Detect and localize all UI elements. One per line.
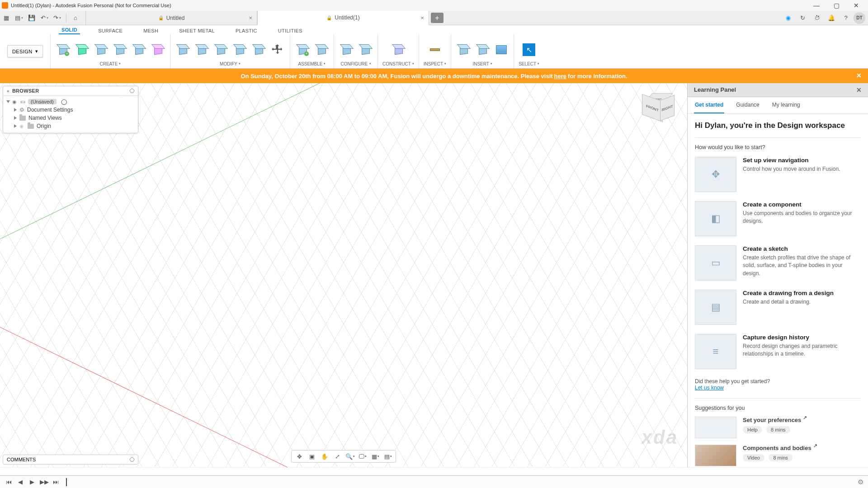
group-label[interactable]: SELECT▾	[519, 60, 539, 67]
group-label[interactable]: CONFIGURE▾	[341, 60, 371, 67]
view-cube[interactable]: TOP FRONT RIGHT	[642, 89, 675, 121]
home-button[interactable]: ⌂	[69, 12, 82, 24]
fillet-button[interactable]	[194, 42, 209, 57]
create-sketch-button[interactable]: +	[55, 42, 71, 57]
create-form-button[interactable]	[74, 42, 90, 57]
learning-tab-guidance[interactable]: Guidance	[735, 97, 760, 113]
browser-panel[interactable]: « BROWSER ◉ ▭ (Unsaved) ◯ ⚙ Document Set…	[3, 86, 138, 133]
minimize-button[interactable]: —	[807, 0, 826, 11]
insert-derive-button[interactable]	[456, 42, 471, 57]
measure-button[interactable]	[427, 42, 443, 57]
expand-toggle[interactable]	[14, 124, 17, 128]
close-learning-panel-button[interactable]: ✕	[856, 86, 862, 94]
shell-button[interactable]	[213, 42, 228, 57]
pan-button[interactable]: ✋	[320, 452, 330, 461]
revolve-button[interactable]	[112, 42, 127, 57]
extensions-button[interactable]: ◉	[781, 12, 795, 24]
expand-toggle[interactable]	[14, 108, 17, 112]
feedback-link[interactable]: Let us know	[695, 385, 724, 391]
construct-plane-button[interactable]	[391, 42, 406, 57]
timeline-end-button[interactable]: ⏭	[52, 479, 60, 485]
comments-panel[interactable]: COMMENTS	[3, 455, 138, 465]
help-button[interactable]: ?	[839, 12, 853, 24]
timeline-step-forward-button[interactable]: ▶▶	[40, 479, 48, 485]
ribbon-tab-solid[interactable]: SOLID	[59, 27, 80, 34]
comments-options-button[interactable]	[130, 457, 134, 462]
close-window-button[interactable]: ✕	[846, 0, 866, 11]
insert-canvas-button[interactable]	[494, 42, 509, 57]
change-parameters-button[interactable]	[358, 42, 373, 57]
sweep-button[interactable]	[131, 42, 146, 57]
browser-options-button[interactable]	[130, 89, 134, 93]
timeline-start-button[interactable]: ⏮	[5, 479, 13, 485]
group-label[interactable]: CONSTRUCT▾	[382, 60, 414, 67]
tree-item[interactable]: ◉ Origin	[6, 122, 135, 130]
workspace-switcher[interactable]: DESIGN▾	[0, 34, 51, 68]
viewcube-right[interactable]: RIGHT	[660, 95, 675, 121]
combine-button[interactable]	[232, 42, 247, 57]
expand-toggle[interactable]	[14, 116, 17, 120]
close-tab-button[interactable]: ×	[420, 14, 424, 21]
learning-tab-get-started[interactable]: Get started	[694, 97, 724, 113]
model-viewport[interactable]: « BROWSER ◉ ▭ (Unsaved) ◯ ⚙ Document Set…	[0, 83, 687, 467]
ribbon-tab-sheetmetal[interactable]: SHEET METAL	[176, 28, 217, 34]
insert-decal-button[interactable]	[475, 42, 490, 57]
expand-toggle[interactable]	[6, 100, 10, 103]
ribbon-tab-mesh[interactable]: MESH	[141, 28, 161, 34]
extrude-button[interactable]	[93, 42, 108, 57]
notifications-button[interactable]: 🔔	[825, 12, 838, 24]
learning-card[interactable]: ▭ Create a sketchCreate sketch profiles …	[695, 245, 861, 281]
orbit-button[interactable]: ✥	[294, 452, 304, 461]
move-button[interactable]	[270, 42, 285, 57]
redo-button[interactable]: ↷▾	[51, 12, 63, 24]
learning-card[interactable]: ≡ Capture design historyRecord design ch…	[695, 334, 861, 369]
notice-link[interactable]: here	[554, 73, 566, 80]
group-label[interactable]: CREATE▾	[100, 60, 121, 67]
joint-button[interactable]	[314, 42, 329, 57]
grid-settings-button[interactable]: ▦▾	[370, 452, 380, 461]
job-status-button[interactable]: ⏱	[810, 12, 824, 24]
visibility-toggle[interactable]: ◉	[12, 99, 18, 105]
press-pull-button[interactable]	[175, 42, 190, 57]
emboss-button[interactable]	[150, 42, 165, 57]
group-label[interactable]: ASSEMBLE▾	[298, 60, 326, 67]
timeline-settings-button[interactable]: ⚙	[858, 478, 863, 486]
timeline-step-back-button[interactable]: ◀	[16, 479, 24, 485]
learning-card[interactable]: ▤ Create a drawing from a designCreate a…	[695, 290, 861, 325]
timeline-play-button[interactable]: ▶	[28, 479, 36, 485]
learning-tab-my-learning[interactable]: My learning	[771, 97, 801, 113]
save-button[interactable]: 💾	[25, 12, 38, 24]
undo-button[interactable]: ↶▾	[38, 12, 51, 24]
dismiss-notice-button[interactable]: ✕	[856, 72, 862, 79]
tree-item[interactable]: ⚙ Document Settings	[6, 106, 135, 114]
viewport-layout-button[interactable]: ▤▾	[383, 452, 393, 461]
ribbon-tab-utilities[interactable]: UTILITIES	[275, 28, 305, 34]
learning-card[interactable]: ◧ Create a componentUse components and b…	[695, 201, 861, 236]
close-tab-button[interactable]: ×	[249, 14, 252, 21]
collapse-browser-button[interactable]: «	[7, 89, 9, 94]
account-avatar[interactable]: DT	[854, 12, 865, 24]
learning-card[interactable]: ✥ Set up view navigationControl how you …	[695, 157, 861, 192]
group-label[interactable]: INSPECT▾	[424, 60, 446, 67]
offset-face-button[interactable]	[251, 42, 266, 57]
new-tab-button[interactable]: +	[431, 13, 443, 23]
activate-radio[interactable]: ◯	[61, 99, 67, 105]
file-menu-button[interactable]: ▤▾	[13, 12, 25, 24]
ribbon-tab-plastic[interactable]: PLASTIC	[233, 28, 260, 34]
suggestion-item[interactable]: Components and bodies ↗ Video 8 mins	[695, 445, 861, 466]
document-tab[interactable]: 🔒 Untitled ×	[85, 11, 257, 25]
suggestion-item[interactable]: Set your preferences ↗ Help 8 mins	[695, 417, 861, 438]
group-label[interactable]: MODIFY▾	[220, 60, 241, 67]
new-component-button[interactable]: +	[295, 42, 310, 57]
zoom-button[interactable]: ⤢	[332, 452, 342, 461]
maximize-button[interactable]: ▢	[826, 0, 846, 11]
updates-button[interactable]: ↻	[796, 12, 809, 24]
group-label[interactable]: INSERT▾	[472, 60, 492, 67]
fit-button[interactable]: 🔍▾	[345, 452, 355, 461]
document-tab[interactable]: 🔒 Untitled(1) ×	[257, 11, 429, 25]
data-panel-button[interactable]: ▦	[0, 12, 13, 24]
tree-item[interactable]: Named Views	[6, 114, 135, 122]
configure-button[interactable]	[339, 42, 354, 57]
ribbon-tab-surface[interactable]: SURFACE	[95, 28, 125, 34]
look-at-button[interactable]: ▣	[307, 452, 317, 461]
